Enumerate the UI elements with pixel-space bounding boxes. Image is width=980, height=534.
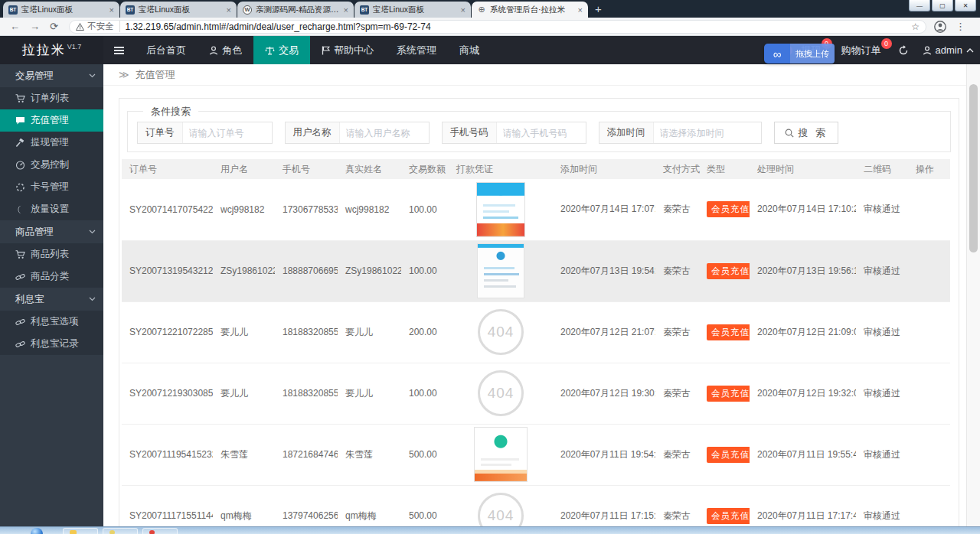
browser-tab-3[interactable]: W 亲测源码网-精品资源站长亲测 × — [237, 2, 354, 18]
nav-system-management[interactable]: 系统管理 — [385, 36, 448, 64]
main-content: ≫充值管理 条件搜索 订单号 用户名称 手机号码 — [103, 64, 966, 526]
payment-voucher-image[interactable]: 404 — [478, 370, 524, 416]
scrollbar-thumb[interactable] — [969, 84, 978, 252]
payment-voucher-image[interactable]: 404 — [478, 309, 524, 355]
taskbar-button[interactable] — [63, 528, 98, 534]
field-label: 订单号 — [138, 122, 183, 143]
table-row[interactable]: SY2007121930308508 要儿儿 18188320855 要儿儿 1… — [122, 363, 950, 424]
browser-menu-icon[interactable]: ⋮ — [956, 21, 965, 32]
url-text: 1.32.219.65/admin.html#/admin/deal/user_… — [125, 21, 430, 32]
payment-voucher-image[interactable] — [476, 182, 525, 237]
sidebar-group-deal[interactable]: 交易管理 — [0, 64, 103, 87]
cell-status: 审核通过 — [856, 485, 908, 526]
sidebar-item-lixibao-records[interactable]: 利息宝记录 — [0, 333, 103, 355]
cell-order-no: SY2007111715511440 — [122, 485, 213, 526]
sidebar-item-recharge-active[interactable]: 充值管理 — [0, 109, 103, 132]
cell-add-time: 2020年07月14日 17:07:54 — [553, 179, 655, 240]
cell-phone: 13797406256 — [275, 485, 338, 526]
table-row[interactable]: SY2007141707542217 wcj998182 17306778533… — [122, 179, 950, 240]
back-button[interactable]: ← — [10, 21, 20, 32]
cell-add-time: 2020年07月12日 21:07:22 — [553, 301, 655, 363]
browser-tab-1[interactable]: BT 宝塔Linux面板 × — [3, 2, 119, 18]
security-indicator[interactable]: 不安全 — [76, 21, 121, 32]
sidebar-item-deal-control[interactable]: 交易控制 — [0, 154, 103, 176]
upload-widget-label: 拖拽上传 — [790, 44, 835, 63]
forward-button[interactable]: → — [30, 21, 40, 32]
col-phone: 手机号 — [275, 159, 338, 179]
sidebar-item-volume-setting[interactable]: 放量设置 — [0, 198, 103, 220]
table-row[interactable]: SY2007111715511440 qm梅梅 13797406256 qm梅梅… — [122, 485, 950, 526]
payment-voucher-image[interactable] — [477, 243, 524, 298]
start-button-icon[interactable] — [31, 528, 43, 534]
tab-title: 宝塔Linux面板 — [373, 5, 457, 15]
windows-taskbar[interactable] — [0, 526, 980, 534]
sidebar-item-order-list[interactable]: 订单列表 — [0, 87, 103, 109]
crescent-icon — [15, 204, 25, 214]
type-badge: 会员充值 — [707, 447, 750, 463]
nav-help-center[interactable]: 帮助中心 — [310, 36, 385, 64]
username-input[interactable] — [340, 122, 429, 143]
phone-input[interactable] — [497, 122, 586, 143]
address-bar[interactable]: 不安全 1.32.219.65/admin.html#/admin/deal/u… — [69, 20, 926, 34]
page-scrollbar[interactable] — [966, 64, 980, 526]
spinner-icon — [15, 182, 25, 192]
netdisk-upload-widget[interactable]: ∞ 拖拽上传 — [764, 44, 835, 63]
window-close-button[interactable]: ✕ — [955, 0, 976, 11]
phone-field: 手机号码 — [442, 122, 586, 144]
table-row[interactable]: SY2007131954321281 ZSy19861022 188887066… — [122, 240, 950, 301]
cell-operation — [908, 485, 950, 526]
profile-avatar-icon[interactable] — [934, 21, 946, 33]
payment-voucher-image[interactable]: 404 — [478, 493, 524, 526]
sidebar-item-lixibao-options[interactable]: 利息宝选项 — [0, 311, 103, 333]
sidebar-item-withdraw[interactable]: 提现管理 — [0, 132, 103, 154]
nav-deal-active[interactable]: 交易 — [253, 36, 310, 64]
main-nav: 后台首页 角色 交易 帮助中心 系统管理 商城 — [103, 36, 491, 64]
browser-tab-2[interactable]: BT 宝塔Linux面板 × — [120, 2, 237, 18]
search-button[interactable]: 搜 索 — [774, 122, 839, 144]
tab-close-icon[interactable]: × — [344, 5, 348, 15]
nav-roles[interactable]: 角色 — [198, 36, 253, 64]
browser-tab-4[interactable]: BT 宝塔Linux面板 × — [354, 2, 471, 18]
tab-close-icon[interactable]: × — [109, 5, 114, 15]
sidebar-item-goods-category[interactable]: 商品分类 — [0, 265, 103, 288]
app-icon — [109, 530, 115, 534]
tab-close-icon[interactable]: × — [227, 5, 231, 15]
nav-mall[interactable]: 商城 — [448, 36, 491, 64]
cell-phone: 18888706695 — [275, 240, 338, 301]
window-maximize-button[interactable]: ▢ — [932, 0, 953, 11]
taskbar-button[interactable] — [142, 528, 178, 534]
tab-close-icon[interactable]: × — [461, 5, 466, 15]
bookmark-star-icon[interactable]: ☆ — [911, 21, 920, 32]
cell-amount: 100.00 — [401, 179, 449, 240]
screen: BT 宝塔Linux面板 × BT 宝塔Linux面板 × W 亲测源码网-精品… — [0, 0, 980, 534]
refresh-icon[interactable] — [898, 45, 909, 56]
cell-phone: 17306778533 — [275, 179, 338, 240]
taskbar-button[interactable] — [103, 528, 138, 534]
sidebar-item-goods-list[interactable]: 商品列表 — [0, 243, 103, 265]
cell-realname: 朱雪莲 — [338, 424, 401, 485]
chevron-up-icon — [966, 48, 974, 53]
table-row[interactable]: SY2007122107228592 要儿儿 18188320855 要儿儿 2… — [122, 301, 950, 363]
order-no-input[interactable] — [183, 122, 272, 143]
sidebar-group-goods[interactable]: 商品管理 — [0, 220, 103, 243]
window-minimize-button[interactable]: — — [909, 0, 930, 11]
cell-voucher — [449, 424, 553, 485]
collapse-menu-icon[interactable] — [103, 36, 135, 64]
table-row[interactable]: SY2007111954152328 朱雪莲 18721684746 朱雪莲 5… — [122, 424, 950, 485]
payment-voucher-image[interactable] — [474, 427, 528, 482]
cell-amount: 500.00 — [401, 485, 449, 526]
notif-shop-orders[interactable]: 购物订单0 — [838, 44, 884, 57]
add-time-input[interactable] — [654, 122, 761, 143]
nav-home[interactable]: 后台首页 — [135, 36, 198, 64]
tab-close-icon[interactable]: × — [578, 5, 583, 15]
sidebar-group-lixibao[interactable]: 利息宝 — [0, 288, 103, 311]
type-badge: 会员充值 — [707, 201, 750, 217]
browser-tab-active[interactable]: ⊕ 系统管理后台·拉拉米 × — [472, 2, 588, 18]
admin-menu[interactable]: admin — [923, 44, 974, 56]
new-tab-button[interactable]: + — [595, 2, 602, 15]
recharge-table: 订单号 用户名 手机号 真实姓名 交易数额 打款凭证 添加时间 支付方式 类型 … — [122, 159, 950, 526]
cell-add-time: 2020年07月13日 19:54:32 — [553, 240, 655, 301]
sidebar-item-card-number[interactable]: 卡号管理 — [0, 176, 103, 198]
reload-button[interactable]: ⟳ — [50, 21, 58, 32]
cell-type: 会员充值 — [699, 301, 750, 363]
